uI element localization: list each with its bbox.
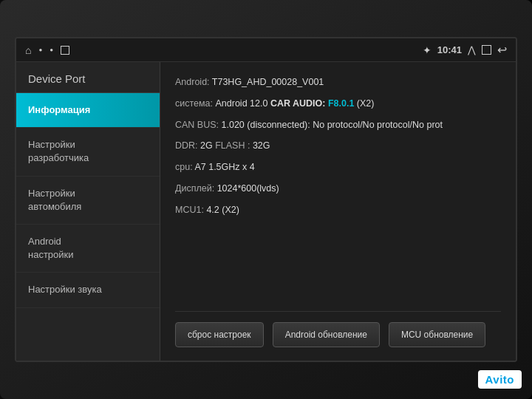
sidebar-item-info[interactable]: Информация: [16, 93, 160, 128]
android-value: T73HG_AHD_00028_V001: [212, 77, 324, 87]
canbus-label: CAN BUS:: [175, 120, 222, 130]
ddr-label: DDR:: [175, 140, 200, 151]
cpu-label: cpu:: [175, 162, 194, 172]
avito-badge: Avito: [478, 370, 522, 389]
car-audio-label: CAR AUDIO:: [270, 98, 328, 109]
sidebar: Device Port Информация Настройкиразработ…: [16, 62, 160, 361]
back-icon[interactable]: ↩: [497, 43, 507, 57]
system-value: Android 12.0: [216, 98, 270, 109]
main-content: Device Port Информация Настройкиразработ…: [16, 62, 516, 361]
system-label: система:: [175, 98, 216, 109]
flash-value: 32G: [253, 140, 270, 151]
car-audio-x2: (X2): [357, 98, 375, 109]
sidebar-item-dev-settings[interactable]: Настройкиразработчика: [16, 128, 160, 176]
home-icon[interactable]: ⌂: [25, 44, 31, 56]
dot-icon-1: ●: [38, 47, 42, 53]
buttons-row: сброс настроек Android обновление MCU об…: [175, 311, 501, 347]
status-left-icons: ⌂ ● ●: [25, 44, 69, 56]
car-audio-value: F8.0.1: [328, 98, 354, 109]
info-panel: Android: T73HG_AHD_00028_V001 система: A…: [160, 62, 516, 361]
bluetooth-icon: ✦: [423, 44, 432, 56]
ddr-value: 2G: [200, 140, 215, 151]
info-row-system: система: Android 12.0 CAR AUDIO: F8.0.1 …: [175, 97, 501, 111]
info-content: Android: T73HG_AHD_00028_V001 система: A…: [175, 75, 501, 296]
dot-icon-2: ●: [50, 47, 53, 53]
android-update-button[interactable]: Android обновление: [273, 322, 380, 347]
screen: ⌂ ● ● ✦ 10:41 ⋀ ↩ Device Port Информация: [15, 37, 517, 362]
sidebar-item-android-settings[interactable]: Androidнастройки: [16, 225, 160, 273]
mcu-value: 4.2 (X2): [206, 205, 239, 215]
flash-label: FLASH :: [215, 140, 253, 151]
reset-button[interactable]: сброс настроек: [175, 322, 264, 347]
display-label: Дисплей:: [175, 183, 217, 194]
status-right-area: ✦ 10:41 ⋀ ↩: [423, 43, 507, 57]
mcu-update-button[interactable]: MCU обновление: [389, 322, 485, 347]
canbus-value: 1.020 (disconnected): No protocol/No pro…: [222, 120, 443, 130]
info-row-cpu: cpu: A7 1.5GHz x 4: [175, 160, 501, 174]
cpu-value: A7 1.5GHz x 4: [194, 162, 254, 172]
square-icon: [61, 46, 69, 55]
info-row-android: Android: T73HG_AHD_00028_V001: [175, 75, 501, 89]
window-icon: [482, 45, 491, 55]
time-display: 10:41: [437, 44, 462, 55]
sidebar-item-sound-settings[interactable]: Настройки звука: [16, 273, 160, 307]
info-row-mcu: MCU1: 4.2 (X2): [175, 203, 501, 217]
display-value: 1024*600(lvds): [217, 183, 279, 194]
info-row-display: Дисплей: 1024*600(lvds): [175, 182, 501, 196]
mcu-label: MCU1:: [175, 205, 206, 215]
status-bar: ⌂ ● ● ✦ 10:41 ⋀ ↩: [16, 38, 516, 62]
info-row-ddr: DDR: 2G FLASH : 32G: [175, 139, 501, 153]
android-label: Android:: [175, 77, 212, 87]
sidebar-item-car-settings[interactable]: Настройкиавтомобиля: [16, 177, 160, 225]
arrow-up-icon: ⋀: [468, 44, 476, 55]
info-row-canbus: CAN BUS: 1.020 (disconnected): No protoc…: [175, 118, 501, 132]
sidebar-title: Device Port: [16, 62, 160, 93]
